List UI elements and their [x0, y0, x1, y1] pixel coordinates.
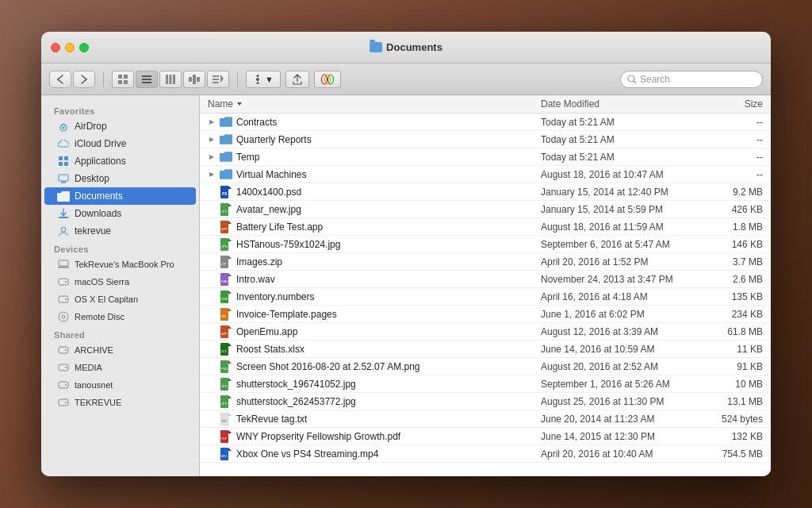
sidebar-item-airdrop[interactable]: AirDrop	[44, 117, 196, 135]
airdrop-icon	[57, 120, 70, 133]
file-row[interactable]: ▶ Temp Today at 5:21 AM --	[200, 148, 771, 166]
file-row[interactable]: ▶ Quarterly Reports Today at 5:21 AM --	[200, 131, 771, 148]
file-icon: JPG	[220, 378, 232, 391]
file-name-text: Images.zip	[236, 256, 282, 267]
sidebar-item-applications[interactable]: Applications	[44, 152, 196, 170]
disclosure-triangle	[208, 223, 216, 231]
list-view-button[interactable]	[136, 71, 158, 88]
sidebar-item-archive[interactable]: ARCHIVE	[44, 341, 196, 359]
tag-button[interactable]	[314, 71, 341, 88]
icon-view-button[interactable]	[112, 71, 134, 88]
share-button[interactable]	[285, 71, 309, 88]
svg-text:PAG: PAG	[221, 315, 227, 318]
sidebar: Favorites AirDrop iCloud Drive	[41, 95, 200, 476]
disclosure-triangle	[208, 328, 216, 336]
file-row[interactable]: ZIP Images.zip April 20, 2016 at 1:52 PM…	[200, 253, 771, 271]
svg-marker-60	[228, 238, 232, 241]
cover-flow-button[interactable]	[183, 71, 205, 88]
forward-button[interactable]	[73, 71, 95, 88]
file-date: January 15, 2014 at 12:40 PM	[541, 187, 699, 198]
sidebar-item-icloud[interactable]: iCloud Drive	[44, 135, 196, 152]
sidebar-item-remote-disc[interactable]: Remote Disc	[44, 308, 196, 325]
sidebar-item-tanousnet[interactable]: tanousnet	[44, 376, 196, 394]
svg-marker-87	[228, 395, 232, 398]
svg-point-17	[256, 78, 259, 81]
file-row[interactable]: TXT TekRevue tag.txt June 20, 2014 at 11…	[200, 410, 771, 428]
file-size: 10 MB	[699, 379, 763, 390]
svg-marker-81	[228, 360, 232, 364]
sidebar-item-downloads[interactable]: Downloads	[44, 205, 196, 222]
sidebar-item-macbook[interactable]: TekRevue's MacBook Pro	[44, 256, 196, 273]
svg-rect-77	[220, 343, 228, 356]
file-date: April 20, 2016 at 10:40 AM	[541, 448, 699, 460]
file-date: June 20, 2014 at 11:23 AM	[541, 414, 699, 425]
action-button[interactable]: ▼	[246, 71, 281, 88]
file-row[interactable]: WAV Intro.wav November 24, 2013 at 3:47 …	[200, 271, 771, 288]
svg-rect-48	[59, 399, 68, 406]
file-row[interactable]: ▶ Virtual Machines August 18, 2016 at 10…	[200, 166, 771, 183]
name-column-header[interactable]: Name	[208, 98, 541, 110]
close-button[interactable]	[51, 43, 60, 52]
sidebar-item-tekrevue[interactable]: tekrevue	[44, 222, 196, 240]
sidebar-item-desktop[interactable]: Desktop	[44, 170, 196, 187]
search-bar[interactable]: Search	[620, 71, 763, 88]
file-row[interactable]: JPG shutterstock_262453772.jpg August 25…	[200, 393, 771, 410]
back-button[interactable]	[49, 71, 71, 88]
file-name-cell: ZIP Images.zip	[208, 256, 541, 268]
file-name-text: Temp	[236, 152, 259, 163]
file-row[interactable]: PS 1400x1400.psd January 15, 2014 at 12:…	[200, 183, 771, 201]
file-rows-container: ▶ Contracts Today at 5:21 AM -- ▶ Quarte…	[200, 114, 771, 463]
sidebar-item-osx-elcap[interactable]: OS X El Capitan	[44, 291, 196, 308]
file-name-cell: ▶ Virtual Machines	[208, 168, 541, 181]
svg-rect-5	[142, 79, 151, 80]
window-title-group: Documents	[370, 41, 442, 53]
svg-marker-75	[228, 325, 232, 329]
sidebar-item-media[interactable]: MEDIA	[44, 359, 196, 376]
zoom-button[interactable]	[79, 43, 89, 52]
sidebar-archive-label: ARCHIVE	[75, 345, 113, 355]
disclosure-triangle: ▶	[208, 153, 216, 161]
date-col-label: Date Modified	[541, 98, 599, 110]
svg-text:WAV: WAV	[221, 279, 228, 283]
file-date: June 14, 2016 at 10:59 AM	[541, 344, 699, 355]
size-column-header[interactable]: Size	[699, 98, 763, 110]
file-size: --	[699, 117, 763, 128]
file-icon: JPG	[220, 203, 232, 216]
file-icon: PNG	[220, 360, 232, 373]
minimize-button[interactable]	[65, 43, 75, 52]
sidebar-item-tekrevue-shared[interactable]: TEKREVUE	[44, 394, 196, 411]
file-size: 146 KB	[699, 239, 763, 250]
file-row[interactable]: PNG Screen Shot 2016-08-20 at 2.52.07 AM…	[200, 358, 771, 375]
file-name-text: Xbox One vs PS4 Streaming.mp4	[236, 448, 378, 460]
svg-marker-69	[228, 291, 232, 294]
disclosure-triangle	[208, 188, 216, 196]
file-name-text: Avatar_new.jpg	[236, 204, 301, 215]
file-row[interactable]: JPG Avatar_new.jpg January 15, 2014 at 5…	[200, 201, 771, 218]
user-folder-icon	[57, 225, 70, 237]
file-name-cell: ▶ Temp	[208, 151, 541, 164]
file-date: August 18, 2016 at 11:59 AM	[541, 221, 699, 233]
svg-rect-46	[59, 382, 68, 388]
date-column-header[interactable]: Date Modified	[541, 98, 699, 110]
file-row[interactable]: ▶ Contracts Today at 5:21 AM --	[200, 114, 771, 131]
nav-group	[49, 71, 95, 88]
file-row[interactable]: APP OpenEmu.app August 12, 2016 at 3:39 …	[200, 323, 771, 341]
file-row[interactable]: PAG Invoice-Template.pages June 1, 2016 …	[200, 306, 771, 323]
file-row[interactable]: PDF WNY Propserity Fellowship Growth.pdf…	[200, 428, 771, 445]
file-name-cell: APP Battery Life Test.app	[208, 221, 541, 233]
file-row[interactable]: NUM Inventory.numbers April 16, 2016 at …	[200, 288, 771, 306]
svg-rect-42	[59, 347, 68, 353]
file-icon: WAV	[220, 273, 232, 286]
column-view-button[interactable]	[159, 71, 182, 88]
svg-rect-28	[64, 156, 68, 160]
sidebar-item-macos-sierra[interactable]: macOS Sierra	[44, 273, 196, 291]
file-row[interactable]: XLS Roost Stats.xlsx June 14, 2016 at 10…	[200, 341, 771, 358]
file-row[interactable]: JPG HSTanous-759x1024.jpg September 6, 2…	[200, 236, 771, 253]
file-row[interactable]: APP Battery Life Test.app August 18, 201…	[200, 218, 771, 236]
arrange-button[interactable]	[207, 71, 229, 88]
sidebar-item-documents[interactable]: Documents	[44, 187, 196, 205]
file-row[interactable]: JPG shutterstock_196741052.jpg September…	[200, 375, 771, 393]
svg-text:XLS: XLS	[221, 350, 227, 353]
file-size: 754.5 MB	[699, 448, 763, 460]
file-row[interactable]: MP4 Xbox One vs PS4 Streaming.mp4 April …	[200, 445, 771, 463]
